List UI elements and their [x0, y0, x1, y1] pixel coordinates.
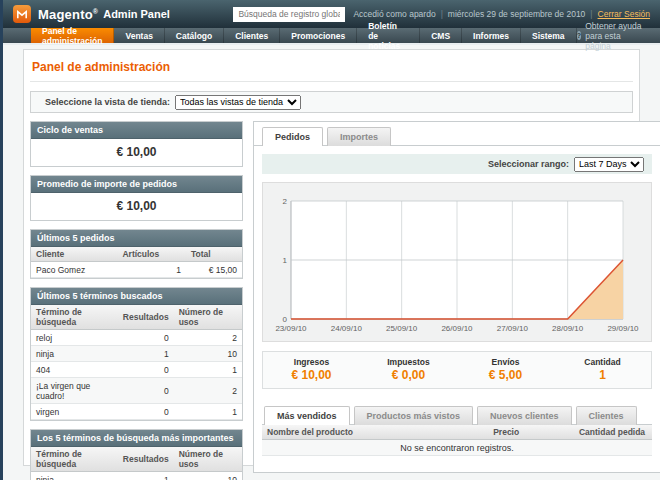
column-header: Número de usos [174, 305, 242, 330]
tab-importes[interactable]: Importes [327, 127, 391, 146]
lifetime-sales-card: Ciclo de ventas € 10,00 [30, 121, 243, 167]
bestsellers-grid: Nombre del producto Precio Cantidad pedi… [262, 425, 652, 456]
nav-item-cms[interactable]: CMS [420, 28, 462, 43]
svg-text:1: 1 [283, 256, 288, 265]
nav-item-sales[interactable]: Ventas [114, 28, 164, 43]
svg-text:28/09/10: 28/09/10 [552, 324, 584, 333]
store-view-bar: Seleccione la vista de tienda: Todas las… [30, 91, 633, 113]
card-title: Últimos 5 términos buscados [31, 288, 242, 305]
svg-text:2: 2 [283, 197, 288, 206]
table-row[interactable]: ninja110 [31, 472, 242, 480]
tab-most-viewed[interactable]: Productos más vistos [354, 406, 474, 425]
column-header: Cliente [31, 247, 117, 262]
card-title: Promedio de importe de pedidos [31, 176, 242, 193]
global-search-input[interactable] [233, 7, 345, 22]
total-revenue: Ingresos € 10,00 [263, 357, 360, 382]
card-title: Últimos 5 pedidos [31, 230, 242, 247]
dashboard-sidebar: Ciclo de ventas € 10,00 Promedio de impo… [30, 121, 243, 480]
column-header: Resultados [118, 305, 174, 330]
column-header: Resultados [118, 447, 174, 472]
card-title: Ciclo de ventas [31, 122, 242, 139]
column-header: Nombre del producto [262, 425, 488, 440]
nav-item-system[interactable]: Sistema [521, 28, 577, 43]
table-row[interactable]: reloj02 [31, 330, 242, 346]
nav-item-reports[interactable]: Informes [462, 28, 521, 43]
average-orders-card: Promedio de importe de pedidos € 10,00 [30, 175, 243, 221]
empty-message: No se encontraron registros. [262, 440, 652, 456]
orders-chart: 01223/09/1024/09/1025/09/1026/09/1027/09… [262, 182, 652, 342]
total-tax: Impuestos € 0,00 [360, 357, 457, 382]
svg-text:29/09/10: 29/09/10 [607, 324, 639, 333]
column-header: Término de búsqueda [31, 447, 118, 472]
svg-text:0: 0 [283, 315, 288, 324]
average-orders-value: € 10,00 [31, 193, 242, 220]
lifetime-sales-value: € 10,00 [31, 139, 242, 166]
column-header: Cantidad pedida [574, 425, 652, 440]
column-header: Total [186, 247, 242, 262]
dashboard-panel: Pedidos Importes Seleccionar rango: Last… [253, 121, 660, 473]
svg-text:27/09/10: 27/09/10 [497, 324, 529, 333]
magento-admin-window: Magento® Admin Panel Accedió como apardo… [0, 0, 660, 480]
tab-pedidos[interactable]: Pedidos [262, 127, 323, 146]
help-icon: ? [577, 31, 582, 40]
table-row[interactable]: ninja110 [31, 346, 242, 362]
area-chart-svg: 01223/09/1024/09/1025/09/1026/09/1027/09… [265, 191, 649, 339]
content-card: Panel de administración Seleccione la vi… [23, 49, 640, 466]
nav-item-dashboard[interactable]: Panel de administración [31, 28, 114, 43]
session-info: Accedió como apardomiércoles 29 de septi… [353, 9, 650, 19]
nav-item-promotions[interactable]: Promociones [280, 28, 357, 43]
brand-title: Magento® [38, 7, 98, 22]
total-shipping: Envíos € 5,00 [457, 357, 554, 382]
header: Magento® Admin Panel Accedió como apardo… [3, 0, 660, 28]
column-header: Artículos [117, 247, 185, 262]
page-title: Panel de administración [32, 60, 633, 74]
logout-link[interactable]: Cerrar Sesión [598, 9, 650, 19]
svg-text:23/09/10: 23/09/10 [275, 324, 307, 333]
svg-text:24/09/10: 24/09/10 [331, 324, 363, 333]
help-link[interactable]: ? Obtener ayuda para esta página [577, 28, 660, 43]
last-orders-card: Últimos 5 pedidos Cliente Artículos Tota… [30, 229, 243, 279]
nav-item-newsletter[interactable]: Boletín de noticias [357, 28, 420, 43]
nav-item-customers[interactable]: Clientes [224, 28, 280, 43]
tab-bestsellers[interactable]: Más vendidos [264, 406, 350, 425]
card-title: Los 5 términos de búsqueda más important… [31, 430, 242, 447]
column-header: Término de búsqueda [31, 305, 118, 330]
brand-subtitle: Admin Panel [103, 8, 170, 20]
svg-text:26/09/10: 26/09/10 [441, 324, 473, 333]
magento-logo-icon [13, 5, 31, 23]
logged-in-as: Accedió como apardo [353, 9, 435, 19]
divider [30, 81, 633, 82]
table-row[interactable]: ¡La virgen que cuadro!02 [31, 378, 242, 404]
tab-new-customers[interactable]: Nuevos clientes [477, 406, 572, 425]
range-select[interactable]: Last 7 Days [574, 157, 644, 172]
store-view-label: Seleccione la vista de tienda: [45, 97, 170, 107]
totals-bar: Ingresos € 10,00 Impuestos € 0,00 Envíos… [262, 351, 652, 389]
current-date: miércoles 29 de septiembre de 2010 [448, 9, 586, 19]
table-row[interactable]: 40401 [31, 362, 242, 378]
column-header: Número de usos [174, 447, 242, 472]
main-nav: Panel de administración Ventas Catálogo … [3, 28, 660, 45]
chart-tabbar: Pedidos Importes [254, 122, 660, 146]
store-view-select[interactable]: Todas las vistas de tienda [175, 95, 301, 110]
tab-customers[interactable]: Clientes [576, 406, 637, 425]
last-search-terms-card: Últimos 5 términos buscados Término de b… [30, 287, 243, 421]
top-search-terms-card: Los 5 términos de búsqueda más important… [30, 429, 243, 480]
table-row[interactable]: Paco Gomez 1 € 15,00 [31, 262, 242, 278]
total-quantity: Cantidad 1 [554, 357, 651, 382]
column-header: Precio [488, 425, 574, 440]
range-label: Seleccionar rango: [488, 159, 569, 169]
svg-text:25/09/10: 25/09/10 [386, 324, 418, 333]
range-bar: Seleccionar rango: Last 7 Days [262, 154, 652, 174]
grid-tabbar: Más vendidos Productos más vistos Nuevos… [262, 401, 652, 425]
nav-item-catalog[interactable]: Catálogo [165, 28, 224, 43]
table-row[interactable]: virgen01 [31, 404, 242, 420]
